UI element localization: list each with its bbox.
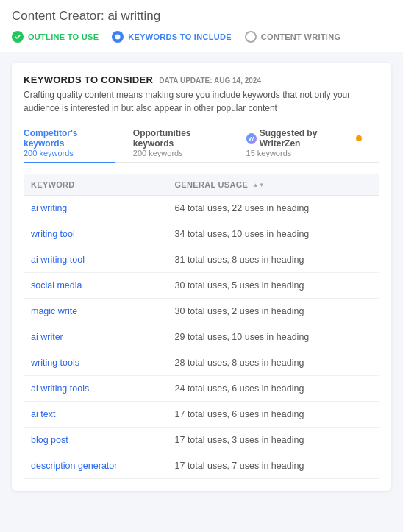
keyword-cell[interactable]: ai writing tool xyxy=(24,247,168,273)
svg-point-0 xyxy=(115,35,121,40)
usage-cell: 17 total uses, 3 uses in heading xyxy=(168,428,379,453)
table-body: ai writing64 total uses, 22 uses in head… xyxy=(24,196,379,479)
step-keywords[interactable]: KEYWORDS TO INCLUDE xyxy=(112,31,232,43)
table-row: ai writer29 total uses, 10 uses in headi… xyxy=(24,324,379,350)
table-row: social media30 total uses, 5 uses in hea… xyxy=(24,273,379,299)
card-title-row: KEYWORDS TO CONSIDER DATA UPDATE: Aug 14… xyxy=(24,74,379,85)
card-header: KEYWORDS TO CONSIDER DATA UPDATE: Aug 14… xyxy=(24,74,379,115)
usage-cell: 34 total uses, 10 uses in heading xyxy=(168,221,379,247)
data-update-label: DATA UPDATE: Aug 14, 2024 xyxy=(159,77,261,85)
usage-cell: 30 total uses, 2 uses in heading xyxy=(168,299,379,324)
keyword-cell[interactable]: writing tools xyxy=(24,350,168,376)
keyword-cell[interactable]: blog post xyxy=(24,428,168,453)
usage-cell: 28 total uses, 8 uses in heading xyxy=(168,350,379,376)
step-content-writing-icon xyxy=(245,31,257,43)
step-content-writing-label: CONTENT WRITING xyxy=(261,32,340,41)
step-keywords-label: KEYWORDS TO INCLUDE xyxy=(128,32,232,41)
tab-competitor-label: Competitor's keywords xyxy=(24,128,115,149)
page-title-sub: ai writting xyxy=(107,9,160,23)
keyword-cell[interactable]: ai text xyxy=(24,402,168,428)
usage-cell: 30 total uses, 5 uses in heading xyxy=(168,273,379,299)
page-title: Content Creator: ai writting xyxy=(12,9,391,24)
table-row: writing tools28 total uses, 8 uses in he… xyxy=(24,350,379,376)
table-row: blog post17 total uses, 3 uses in headin… xyxy=(24,428,379,453)
usage-cell: 64 total uses, 22 uses in heading xyxy=(168,196,379,221)
table-row: ai writing tool31 total uses, 8 uses in … xyxy=(24,247,379,273)
card-title: KEYWORDS TO CONSIDER xyxy=(24,74,153,85)
main-content: KEYWORDS TO CONSIDER DATA UPDATE: Aug 14… xyxy=(0,52,403,501)
usage-cell: 31 total uses, 8 uses in heading xyxy=(168,247,379,273)
table-row: ai text17 total uses, 6 uses in heading xyxy=(24,402,379,428)
table-header: KEYWORD GENERAL USAGE ▲▼ xyxy=(24,174,379,196)
tab-opportunities[interactable]: Opportunities keywords 200 keywords xyxy=(133,124,229,163)
col-usage-header: GENERAL USAGE ▲▼ xyxy=(168,174,379,196)
usage-cell: 17 total uses, 7 uses in heading xyxy=(168,453,379,479)
tab-bar: Competitor's keywords 200 keywords Oppor… xyxy=(24,124,379,163)
table-row: ai writing tools24 total uses, 6 uses in… xyxy=(24,376,379,402)
orange-badge xyxy=(356,135,362,141)
keyword-cell[interactable]: magic write xyxy=(24,299,168,324)
tab-opportunities-label: Opportunities keywords xyxy=(133,128,229,149)
step-keywords-icon xyxy=(112,31,124,43)
keyword-cell[interactable]: writing tool xyxy=(24,221,168,247)
keywords-card: KEYWORDS TO CONSIDER DATA UPDATE: Aug 14… xyxy=(12,63,391,491)
keywords-table: KEYWORD GENERAL USAGE ▲▼ ai writing64 to… xyxy=(24,174,379,479)
step-outline-icon xyxy=(12,31,24,43)
table-row: magic write30 total uses, 2 uses in head… xyxy=(24,299,379,324)
keyword-cell[interactable]: description generator xyxy=(24,453,168,479)
usage-cell: 24 total uses, 6 uses in heading xyxy=(168,376,379,402)
table-row: description generator17 total uses, 7 us… xyxy=(24,453,379,479)
writerzen-icon: W xyxy=(246,133,257,144)
usage-cell: 29 total uses, 10 uses in heading xyxy=(168,324,379,350)
tab-suggested[interactable]: W Suggested by WriterZen 15 keywords xyxy=(246,124,362,163)
usage-cell: 17 total uses, 6 uses in heading xyxy=(168,402,379,428)
card-description: Crafting quality content means making su… xyxy=(24,88,379,115)
tab-competitor-count: 200 keywords xyxy=(24,149,115,157)
keyword-cell[interactable]: social media xyxy=(24,273,168,299)
table-row: ai writing64 total uses, 22 uses in head… xyxy=(24,196,379,221)
keyword-cell[interactable]: ai writer xyxy=(24,324,168,350)
step-outline-label: OUTLINE TO USE xyxy=(28,32,99,41)
table-row: writing tool34 total uses, 10 uses in he… xyxy=(24,221,379,247)
step-outline[interactable]: OUTLINE TO USE xyxy=(12,31,99,43)
sort-icon[interactable]: ▲▼ xyxy=(253,182,265,188)
tab-suggested-count: 15 keywords xyxy=(246,149,362,157)
step-content-writing[interactable]: CONTENT WRITING xyxy=(245,31,340,43)
keyword-cell[interactable]: ai writing tools xyxy=(24,376,168,402)
tab-suggested-label: Suggested by WriterZen xyxy=(260,128,355,149)
tab-competitor[interactable]: Competitor's keywords 200 keywords xyxy=(24,124,115,163)
page-title-main: Content Creator: xyxy=(12,9,104,23)
steps-bar: OUTLINE TO USE KEYWORDS TO INCLUDE CONTE… xyxy=(12,31,391,43)
keyword-cell[interactable]: ai writing xyxy=(24,196,168,221)
col-keyword-header: KEYWORD xyxy=(24,174,168,196)
tab-opportunities-count: 200 keywords xyxy=(133,149,229,157)
